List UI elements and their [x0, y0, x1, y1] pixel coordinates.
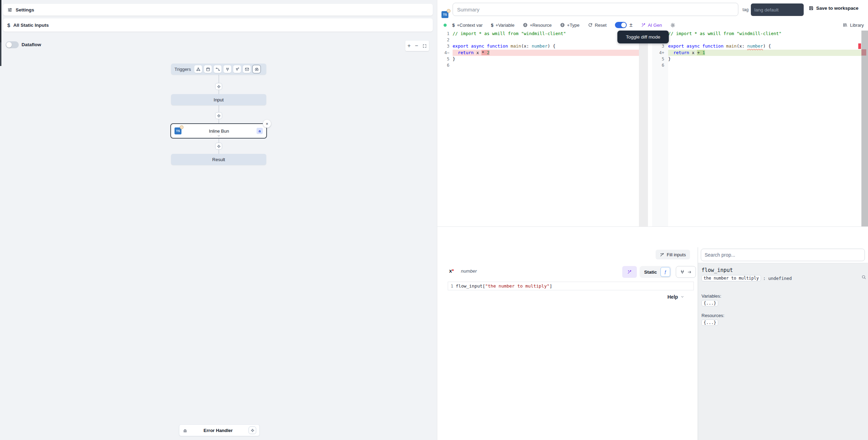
code-line[interactable]: return x + 1 — [668, 50, 861, 56]
windmill-flow-editor: Settings $ All Static Inputs Dataflow + … — [0, 0, 868, 440]
ai-fill-button[interactable] — [622, 266, 637, 278]
search-prop-input[interactable] — [701, 249, 865, 261]
prop-key-chip[interactable]: the number to multiply — [701, 275, 761, 281]
plus-icon — [217, 85, 221, 89]
diff-left-gutter: 1234−56 — [437, 31, 453, 68]
all-static-inputs-label: All Static Inputs — [13, 23, 49, 28]
delete-step-button[interactable]: × — [263, 119, 271, 128]
database-icon — [235, 67, 240, 72]
line-number: 3 — [437, 43, 453, 49]
flow-settings-label: Settings — [16, 7, 34, 13]
typescript-bun-icon: TS — [175, 127, 181, 134]
code-line[interactable]: export async function main(x: number) { — [668, 43, 861, 49]
line-number: 2 — [437, 37, 453, 43]
plug-icon — [680, 269, 685, 274]
help-dropdown[interactable]: Help — [667, 294, 684, 300]
connector-line — [219, 105, 219, 112]
dataflow-toggle[interactable] — [6, 41, 19, 48]
code-line[interactable]: export async function main(x: number) { — [453, 43, 639, 49]
variables-chip: {...} — [701, 300, 718, 306]
add-step-button-1[interactable] — [215, 83, 222, 90]
trigger-webhook-button[interactable] — [194, 65, 202, 73]
connect-input-button[interactable] — [676, 266, 696, 278]
flow-settings-button[interactable]: Settings — [3, 4, 433, 16]
ai-gen-label: AI Gen — [648, 23, 662, 28]
code-line[interactable] — [668, 37, 861, 43]
bun-badge-icon — [180, 125, 184, 129]
save-to-workspace-button[interactable]: Save to workspace — [809, 6, 859, 11]
wand-icon — [627, 269, 632, 274]
error-overview-marker — [858, 43, 861, 49]
zoom-in-button[interactable]: + — [407, 43, 411, 49]
connector-line — [219, 75, 219, 83]
toolbar-item-reset[interactable]: Reset — [588, 23, 607, 28]
step-node-expand-tab[interactable] — [211, 134, 227, 138]
library-button[interactable]: Library — [843, 19, 864, 31]
prop-entry[interactable]: the number to multiply : undefined — [701, 275, 792, 281]
line-number: 6 — [652, 62, 667, 68]
prop-root-flow-input[interactable]: flow_input — [701, 267, 733, 273]
diff-collapse-button[interactable]: ± — [630, 22, 633, 28]
resources-label: Resources: — [701, 313, 724, 318]
dollar-icon: $ — [491, 23, 493, 28]
add-error-handler-button[interactable] — [249, 426, 256, 434]
all-static-inputs-button[interactable]: $ All Static Inputs — [3, 18, 433, 32]
save-icon — [809, 6, 814, 11]
editor-scrollbar[interactable] — [861, 31, 868, 226]
code-line[interactable]: // import * as wmill from "windmill-clie… — [668, 31, 861, 37]
trigger-database-button[interactable] — [233, 65, 241, 73]
code-line[interactable]: } — [453, 56, 639, 62]
line-number: 4+ — [652, 50, 667, 56]
plus-icon — [251, 429, 254, 432]
canvas-zoom-controls: + − — [405, 41, 429, 51]
flow-input-node[interactable]: Input — [171, 94, 266, 105]
code-line[interactable] — [668, 62, 861, 68]
wand-icon — [660, 252, 664, 257]
static-mode-label[interactable]: Static — [641, 269, 660, 275]
toolbar-item-resource[interactable]: +Resource — [523, 23, 552, 28]
trigger-websocket-button[interactable] — [224, 65, 231, 73]
dollar-icon: $ — [452, 23, 455, 28]
code-line[interactable]: } — [668, 56, 861, 62]
trigger-schedule-button[interactable] — [204, 65, 212, 73]
ai-gen-button[interactable]: AI Gen — [641, 23, 662, 28]
step-node-inline-bun[interactable]: TS Inline Bun a × — [170, 123, 267, 139]
toolbar-item-type[interactable]: +Type — [560, 23, 579, 28]
trigger-email-button[interactable] — [243, 65, 251, 73]
tag-input[interactable] — [751, 3, 804, 16]
expression-editor[interactable]: 1 flow_input["the number to multiply"] — [448, 282, 694, 290]
gear-icon[interactable] — [670, 23, 675, 28]
line-number: 5 — [652, 56, 667, 62]
arrow-right-icon — [687, 270, 692, 274]
fullscreen-icon[interactable] — [422, 44, 427, 48]
editor-toolbar: $+Context var$+Variable+Resource+TypeRes… — [444, 19, 675, 31]
line-number: 3 — [652, 43, 667, 49]
code-line[interactable] — [453, 37, 639, 43]
collapsed-sidebar-edge — [0, 0, 1, 42]
code-line[interactable] — [453, 62, 639, 68]
error-handler-node[interactable]: Error Handler — [179, 424, 260, 436]
add-step-button-3[interactable] — [215, 143, 222, 150]
poll-icon — [254, 67, 259, 72]
code-line[interactable]: // import * as wmill from "windmill-clie… — [453, 31, 639, 37]
input-mode-selector: Static ƒ — [640, 266, 671, 278]
diff-right-code[interactable]: // import * as wmill from "windmill-clie… — [668, 31, 861, 68]
toolbar-item-variable[interactable]: $+Variable — [491, 23, 514, 28]
flow-result-node[interactable]: Result — [171, 154, 266, 165]
bun-badge-icon — [447, 9, 451, 13]
globe-icon — [560, 23, 565, 27]
code-line[interactable]: return x * 2 — [453, 50, 639, 56]
line-number: 1 — [437, 31, 453, 37]
trigger-route-button[interactable] — [214, 65, 221, 73]
summary-input[interactable] — [453, 3, 738, 16]
expression-mode-button[interactable]: ƒ — [660, 267, 670, 277]
toolbar-item-context-var[interactable]: $+Context var — [452, 23, 482, 28]
ts-badge-label: TS — [443, 13, 447, 16]
zoom-out-button[interactable]: − — [415, 43, 418, 49]
trigger-poll-button[interactable] — [253, 65, 260, 73]
add-step-button-2[interactable] — [215, 112, 222, 119]
search-icon[interactable] — [861, 275, 866, 280]
fill-inputs-button[interactable]: Fill inputs — [656, 250, 690, 259]
diff-left-code[interactable]: // import * as wmill from "windmill-clie… — [453, 31, 639, 68]
diff-toggle[interactable] — [615, 22, 627, 28]
